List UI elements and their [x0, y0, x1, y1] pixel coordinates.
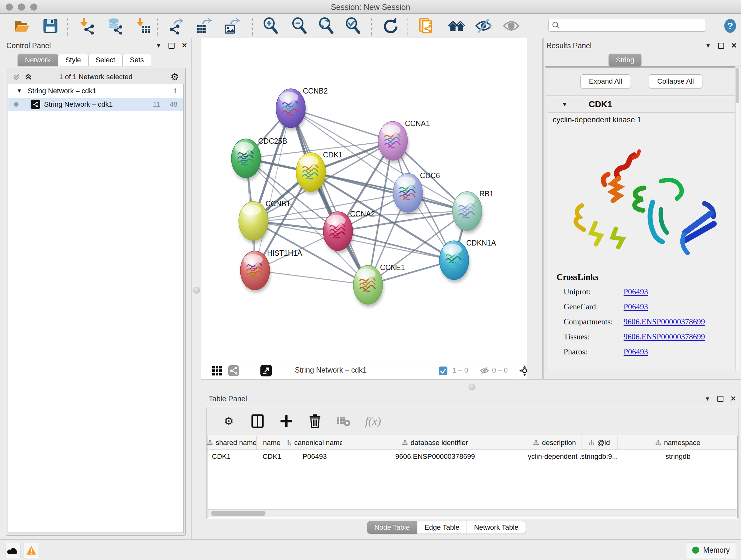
left-splitter-handle[interactable]: [193, 287, 200, 294]
help-icon[interactable]: ?: [721, 16, 740, 36]
column-header-name[interactable]: name: [257, 436, 287, 449]
network-row[interactable]: String Network – cdk1 11 48: [8, 98, 183, 111]
grid-view-icon[interactable]: [210, 364, 224, 377]
crosslink-link[interactable]: 9606.ENSP00000378699: [623, 317, 705, 326]
network-edge[interactable]: [311, 172, 467, 211]
network-node-RB1[interactable]: RB1: [453, 190, 494, 233]
table-cell[interactable]: CDK1: [257, 450, 287, 463]
table-panel-close-icon[interactable]: ✕: [731, 395, 736, 403]
table-cell[interactable]: P06493: [287, 450, 342, 463]
table-gear-icon[interactable]: ⚙: [219, 412, 239, 431]
network-node-CDKN1A[interactable]: CDKN1A: [440, 239, 496, 283]
warning-status-icon[interactable]: [23, 543, 39, 558]
column-header--id[interactable]: @id: [582, 436, 617, 449]
zoom-in-icon[interactable]: [261, 16, 280, 36]
expand-all-button[interactable]: Expand All: [581, 74, 631, 88]
cloud-status-icon[interactable]: [5, 543, 20, 558]
network-edge[interactable]: [255, 270, 368, 285]
search-input[interactable]: [560, 21, 695, 30]
refresh-view-icon[interactable]: [381, 16, 400, 36]
table-cell[interactable]: stringdb:9...: [582, 450, 617, 463]
results-scrollbar[interactable]: [735, 66, 740, 371]
export-image-icon[interactable]: [222, 16, 241, 36]
tab-sets[interactable]: Sets: [123, 54, 151, 66]
tab-network[interactable]: Network: [17, 54, 58, 66]
network-edge[interactable]: [291, 108, 368, 285]
search-field[interactable]: [548, 19, 706, 32]
zoom-selected-icon[interactable]: [343, 16, 362, 36]
network-view-share-icon[interactable]: [226, 364, 241, 377]
export-network-icon[interactable]: [166, 16, 185, 36]
node-table[interactable]: shared namenamecanonical namedatabase id…: [207, 436, 738, 518]
network-from-clipboard-icon[interactable]: [417, 16, 436, 36]
import-table-file-icon[interactable]: [133, 16, 152, 36]
column-header-shared-name[interactable]: shared name: [207, 436, 257, 449]
tab-string[interactable]: String: [609, 54, 642, 66]
zoom-fit-icon[interactable]: [317, 16, 336, 36]
hide-selected-icon[interactable]: [474, 16, 493, 36]
control-panel-float-icon[interactable]: ▼: [156, 43, 161, 49]
show-all-icon[interactable]: [502, 16, 521, 36]
save-session-icon[interactable]: [41, 16, 60, 36]
add-column-icon[interactable]: [277, 412, 296, 431]
tab-network-table[interactable]: Network Table: [467, 521, 526, 534]
function-builder-icon[interactable]: f(x): [363, 412, 383, 431]
show-columns-icon[interactable]: [248, 412, 267, 431]
table-panel-float-icon[interactable]: ▼: [704, 395, 711, 402]
column-header-database-identifier[interactable]: database identifier: [342, 436, 528, 449]
network-node-CCNA1[interactable]: CCNA1: [378, 119, 430, 163]
crosslink-link[interactable]: P06493: [623, 287, 648, 296]
tab-edge-table[interactable]: Edge Table: [417, 521, 467, 534]
zoom-out-icon[interactable]: [290, 16, 309, 36]
table-cell[interactable]: 9606.ENSP00000378699: [342, 450, 528, 463]
network-node-CCNB2[interactable]: CCNB2: [276, 87, 328, 131]
delete-column-icon[interactable]: [306, 412, 325, 431]
expand-all-networks-icon[interactable]: [24, 73, 32, 81]
selected-checkbox-icon[interactable]: [436, 364, 450, 377]
network-canvas[interactable]: CCNB2CCNA1CDC25BCDK1CDC6RB1CCNB1CCNA2CDK…: [201, 38, 528, 362]
table-hscrollbar-thumb[interactable]: [211, 511, 266, 516]
column-header-description[interactable]: description: [528, 436, 582, 449]
birds-eye-view-icon[interactable]: [259, 364, 273, 377]
crosslink-link[interactable]: P06493: [623, 302, 648, 311]
network-node-CCNE1[interactable]: CCNE1: [353, 263, 405, 307]
hidden-eye-icon[interactable]: [477, 364, 491, 377]
results-panel-float-icon[interactable]: ▼: [705, 43, 711, 49]
control-panel-close-icon[interactable]: ✕: [182, 42, 187, 50]
network-node-CDC25B[interactable]: CDC25B: [231, 137, 287, 181]
crosslink-link[interactable]: P06493: [623, 348, 648, 356]
table-splitter-handle[interactable]: [468, 383, 475, 390]
table-hscrollbar[interactable]: [208, 509, 737, 517]
results-panel-close-icon[interactable]: ✕: [731, 42, 737, 50]
network-node-HIST1H1A[interactable]: HIST1H1A: [240, 249, 302, 293]
first-neighbors-icon[interactable]: [447, 16, 466, 36]
collection-collapse-icon[interactable]: ▼: [17, 88, 22, 94]
network-node-CDC6[interactable]: CDC6: [393, 172, 440, 215]
table-cell[interactable]: cyclin-dependent ...: [528, 450, 582, 463]
export-table-icon[interactable]: [194, 16, 213, 36]
delete-table-icon[interactable]: [334, 412, 353, 431]
tab-style[interactable]: Style: [58, 54, 88, 66]
column-header-canonical-name[interactable]: canonical name: [287, 436, 342, 449]
crosslink-link[interactable]: 9606.ENSP00000378699: [623, 332, 705, 341]
results-scrollbar-thumb[interactable]: [736, 68, 739, 103]
table-cell[interactable]: stringdb: [617, 450, 738, 463]
gene-section-collapse-icon[interactable]: ▼: [562, 101, 568, 108]
table-cell[interactable]: CDK1: [207, 450, 257, 463]
memory-button[interactable]: Memory: [687, 542, 735, 558]
column-header-namespace[interactable]: namespace: [617, 436, 738, 449]
open-session-icon[interactable]: [12, 16, 31, 36]
tab-node-table[interactable]: Node Table: [367, 521, 417, 534]
network-panel-gear-icon[interactable]: ⚙: [171, 72, 179, 82]
network-collection-row[interactable]: ▼ String Network – cdk1 1: [8, 84, 183, 98]
collapse-all-button[interactable]: Collapse All: [649, 74, 703, 88]
results-panel-maximize-icon[interactable]: [718, 43, 724, 49]
import-network-database-icon[interactable]: [105, 16, 124, 36]
left-splitter[interactable]: [192, 38, 201, 539]
control-panel-maximize-icon[interactable]: [169, 43, 175, 49]
table-splitter[interactable]: [201, 379, 741, 394]
table-row[interactable]: CDK1CDK1P064939606.ENSP00000378699cyclin…: [207, 450, 737, 463]
table-panel-maximize-icon[interactable]: [718, 396, 724, 402]
tab-select[interactable]: Select: [88, 54, 123, 66]
import-network-file-icon[interactable]: [77, 16, 96, 36]
